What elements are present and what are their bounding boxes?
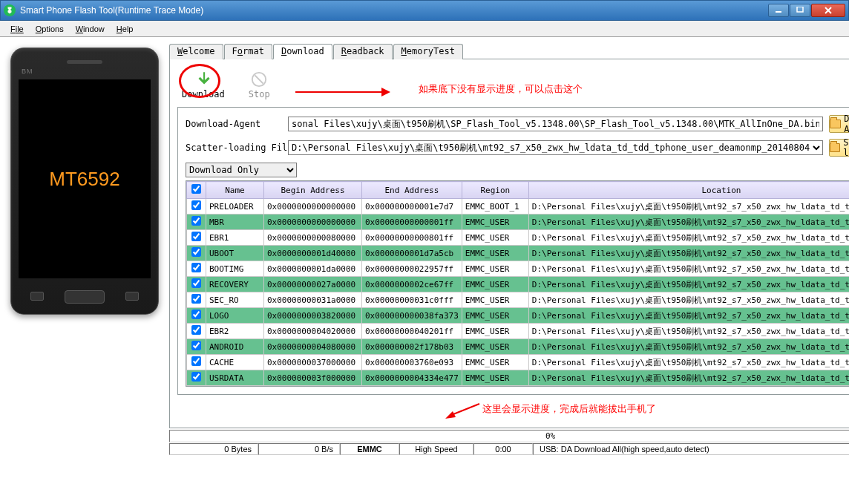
- table-row[interactable]: USRDATA0x000000003f0000000x0000000004334…: [187, 370, 850, 386]
- cell-location: D:\Personal Files\xujy\桌面\t950刷机\mt92_s7…: [528, 246, 849, 261]
- download-mode-select[interactable]: Download Only: [186, 163, 297, 177]
- partition-checkbox[interactable]: [191, 278, 201, 288]
- svg-marker-7: [445, 411, 456, 419]
- status-storage: EMMC: [340, 443, 399, 455]
- table-row[interactable]: RECOVERY0x00000000027a00000x0000000002ce…: [187, 277, 850, 292]
- th-region[interactable]: Region: [462, 182, 528, 199]
- table-row[interactable]: BOOTIMG0x0000000001da00000x0000000002295…: [187, 261, 850, 277]
- cell-region: EMMC_BOOT_1: [462, 199, 528, 215]
- status-high-speed: High Speed: [399, 443, 473, 455]
- progress-bar: 0%: [169, 430, 849, 442]
- cell-location: D:\Personal Files\xujy\桌面\t950刷机\mt92_s7…: [528, 292, 849, 308]
- cell-end: 0x0000000001d7a5cb: [362, 246, 462, 261]
- partition-checkbox[interactable]: [191, 232, 201, 241]
- partition-checkbox[interactable]: [191, 200, 201, 210]
- tab-readback[interactable]: Readback: [333, 44, 393, 59]
- download-stop-button[interactable]: Stop: [249, 70, 270, 99]
- partition-checkbox[interactable]: [191, 247, 201, 257]
- cell-region: EMMC_USER: [462, 261, 528, 277]
- annotation-arrow-icon: [294, 85, 390, 99]
- tab-download[interactable]: Download: [273, 44, 332, 59]
- th-location[interactable]: Location: [528, 182, 849, 199]
- table-row[interactable]: EBR20x00000000040200000x00000000040201ff…: [187, 324, 850, 339]
- download-agent-browse-button[interactable]: Download Agent: [829, 115, 849, 133]
- stop-icon: [249, 70, 269, 89]
- table-row[interactable]: PRELOADER0x00000000000000000x00000000000…: [187, 199, 850, 215]
- sidebar-phone-preview: BM MT6592: [0, 37, 169, 489]
- th-end[interactable]: End Address: [362, 182, 462, 199]
- cell-name: RECOVERY: [206, 277, 264, 292]
- partition-checkbox[interactable]: [191, 310, 201, 319]
- cell-begin: 0x0000000000080000: [264, 230, 362, 246]
- minimize-button[interactable]: [768, 4, 789, 17]
- table-row[interactable]: ANDROID0x00000000040800000x000000002f178…: [187, 339, 850, 355]
- partition-check-all[interactable]: [191, 184, 201, 194]
- file-selectors-group: Download-Agent Download Agent Scatter-lo…: [177, 107, 849, 395]
- phone-nav-left: [30, 292, 44, 301]
- status-bytes: 0 Bytes: [169, 443, 258, 455]
- cell-name: PRELOADER: [206, 199, 264, 215]
- app-icon: [4, 4, 16, 16]
- status-time: 0:00: [473, 443, 533, 455]
- cell-name: EBR1: [206, 230, 264, 246]
- partition-checkbox[interactable]: [191, 263, 201, 272]
- cell-end: 0x000000002f178b03: [362, 339, 462, 355]
- partition-checkbox[interactable]: [191, 341, 201, 350]
- annotation-arrow-icon: [445, 402, 482, 419]
- tab-welcome[interactable]: Welcome: [169, 44, 223, 59]
- table-row[interactable]: EBR10x00000000000800000x00000000000801ff…: [187, 230, 850, 246]
- cell-begin: 0x0000000004020000: [264, 324, 362, 339]
- table-row[interactable]: CACHE0x00000000370000000x000000003760e09…: [187, 355, 850, 370]
- table-row[interactable]: MBR0x00000000000000000x00000000000001ffE…: [187, 215, 850, 230]
- partition-checkbox[interactable]: [191, 372, 201, 382]
- download-button-label: Download: [182, 89, 225, 99]
- cell-end: 0x00000000031c0fff: [362, 292, 462, 308]
- partition-checkbox[interactable]: [191, 294, 201, 304]
- scatter-loading-select[interactable]: D:\Personal Files\xujy\桌面\t950刷机\mt92_s7…: [288, 140, 823, 155]
- cell-end: 0x000000000001e7d7: [362, 199, 462, 215]
- cell-begin: 0x0000000000000000: [264, 199, 362, 215]
- cell-region: EMMC_USER: [462, 370, 528, 386]
- cell-region: EMMC_USER: [462, 324, 528, 339]
- cell-name: LOGO: [206, 308, 264, 324]
- tab-memorytest[interactable]: MemoryTest: [393, 44, 463, 59]
- cell-end: 0x00000000000001ff: [362, 215, 462, 230]
- cell-region: EMMC_USER: [462, 292, 528, 308]
- cell-name: CACHE: [206, 355, 264, 370]
- tab-format[interactable]: Format: [224, 44, 272, 59]
- cell-name: ANDROID: [206, 339, 264, 355]
- download-start-button[interactable]: Download: [182, 70, 225, 99]
- table-row[interactable]: SEC_RO0x00000000031a00000x00000000031c0f…: [187, 292, 850, 308]
- close-button[interactable]: [811, 4, 845, 17]
- cell-region: EMMC_USER: [462, 277, 528, 292]
- table-row[interactable]: LOGO0x00000000038200000x000000000038fa37…: [187, 308, 850, 324]
- cell-end: 0x000000003760e093: [362, 355, 462, 370]
- cell-location: D:\Personal Files\xujy\桌面\t950刷机\mt92_s7…: [528, 215, 849, 230]
- partition-checkbox[interactable]: [191, 325, 201, 335]
- download-agent-input[interactable]: [288, 117, 823, 131]
- menu-file[interactable]: File: [4, 23, 30, 35]
- cell-begin: 0x0000000001da0000: [264, 261, 362, 277]
- menu-options[interactable]: Options: [30, 23, 70, 35]
- svg-rect-1: [797, 7, 803, 12]
- cell-end: 0x0000000002ce67ff: [362, 277, 462, 292]
- scatter-loading-browse-button[interactable]: Scatter-loading: [829, 139, 849, 157]
- svg-line-5: [255, 76, 263, 84]
- menu-window[interactable]: Window: [70, 23, 111, 35]
- partition-checkbox[interactable]: [191, 356, 201, 366]
- maximize-button[interactable]: [790, 4, 810, 17]
- cell-name: BOOTIMG: [206, 261, 264, 277]
- cell-location: D:\Personal Files\xujy\桌面\t950刷机\mt92_s7…: [528, 308, 849, 324]
- table-row[interactable]: UBOOT0x0000000001d400000x0000000001d7a5c…: [187, 246, 850, 261]
- th-begin[interactable]: Begin Address: [264, 182, 362, 199]
- tab-bar: Welcome Format Download Readback MemoryT…: [169, 43, 849, 59]
- th-name[interactable]: Name: [206, 182, 264, 199]
- cell-end: 0x0000000004334e477: [362, 370, 462, 386]
- cell-name: SEC_RO: [206, 292, 264, 308]
- cell-name: UBOOT: [206, 246, 264, 261]
- menu-help[interactable]: Help: [111, 23, 140, 35]
- cell-name: USRDATA: [206, 370, 264, 386]
- cell-location: D:\Personal Files\xujy\桌面\t950刷机\mt92_s7…: [528, 355, 849, 370]
- phone-brand: BM: [22, 68, 33, 75]
- partition-checkbox[interactable]: [191, 216, 201, 226]
